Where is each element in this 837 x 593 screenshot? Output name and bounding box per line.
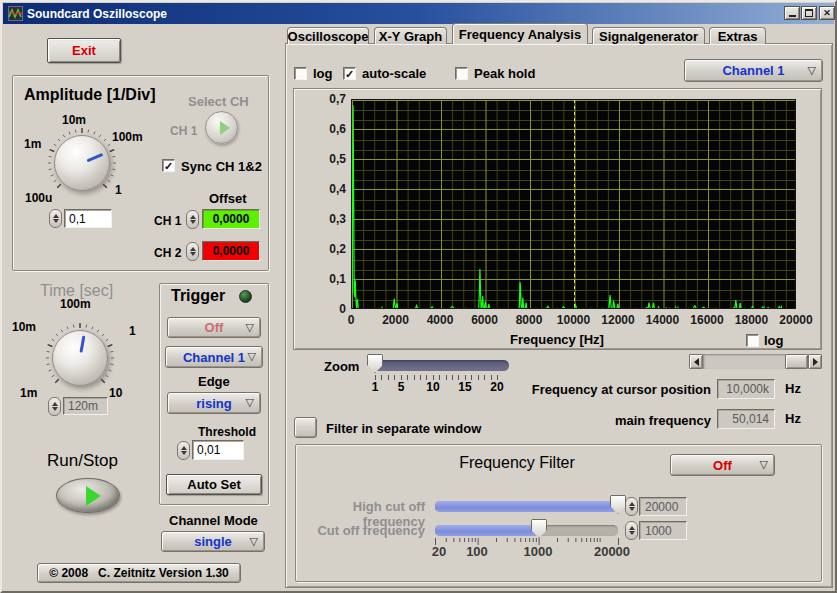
time-value[interactable]: 120m	[63, 397, 108, 415]
main-frequency-unit: Hz	[785, 411, 801, 426]
amplitude-title: Amplitude [1/Div]	[24, 86, 156, 104]
scrollbar-left-button[interactable]	[689, 354, 703, 369]
cutoff-slider[interactable]	[435, 525, 618, 536]
arrow-left-icon	[694, 358, 699, 366]
peak-hold-checkbox[interactable]	[455, 67, 468, 80]
edge-dropdown[interactable]: rising ▽	[167, 392, 261, 414]
filter-scale-20000: 20000	[591, 544, 633, 559]
play-icon	[86, 486, 101, 506]
amplitude-stepper[interactable]	[49, 209, 62, 228]
high-cutoff-slider[interactable]	[435, 501, 618, 512]
cursor-frequency-label: Frequency at cursor position	[499, 382, 711, 397]
copyright-text: © 2008 C. Zeitnitz Version 1.30	[49, 566, 229, 580]
offset-title: Offset	[209, 191, 247, 206]
sync-checkbox[interactable]	[162, 159, 175, 172]
frequency-filter-title: Frequency Filter	[422, 454, 612, 472]
chevron-down-icon: ▽	[246, 396, 254, 409]
copyright-bar: © 2008 C. Zeitnitz Version 1.30	[37, 563, 241, 583]
amp-knob-label-1m: 1m	[24, 137, 41, 151]
maximize-button[interactable]	[801, 6, 817, 20]
graph-area: 00,10,20,30,40,50,60,7 02000400060008000…	[293, 88, 822, 350]
main-frequency-value: 50,014	[717, 409, 775, 429]
offset-ch2-value[interactable]: 0,0000	[202, 241, 260, 261]
select-ch-label: Select CH	[188, 94, 249, 109]
cursor-frequency-unit: Hz	[785, 381, 801, 396]
zoom-tick-5: 5	[391, 380, 411, 394]
cursor-frequency-value: 10,000k	[717, 379, 775, 399]
filter-window-label: Filter in separate window	[326, 421, 481, 436]
amplitude-value[interactable]: 0,1	[64, 209, 112, 228]
filter-mode-dropdown[interactable]: Off ▽	[670, 454, 775, 476]
filter-window-button[interactable]	[294, 417, 317, 438]
main-frequency-label: main frequency	[499, 413, 711, 428]
app-icon	[8, 6, 23, 21]
threshold-label: Threshold	[198, 425, 256, 439]
time-knob-label-10m: 10m	[12, 320, 36, 334]
edge-label: Edge	[198, 374, 230, 389]
cutoff-value[interactable]: 1000	[639, 521, 687, 540]
graph-log-checkbox[interactable]	[746, 334, 759, 347]
zoom-tick-15: 15	[455, 380, 475, 394]
offset-ch2-label: CH 2	[154, 246, 181, 260]
threshold-value[interactable]: 0,01	[192, 440, 244, 460]
select-ch-button[interactable]	[205, 111, 238, 144]
trigger-led	[239, 290, 252, 303]
chevron-down-icon: ▽	[246, 321, 254, 334]
graph-log-label: log	[764, 333, 784, 348]
high-cutoff-value[interactable]: 20000	[639, 497, 687, 516]
scrollbar-right-button[interactable]	[808, 354, 822, 369]
cutoff-label: Cut off frequency	[295, 523, 425, 538]
tab-xy-graph[interactable]: X-Y Graph	[374, 27, 447, 44]
autoscale-label: auto-scale	[362, 66, 426, 81]
select-ch-channel: CH 1	[170, 124, 197, 138]
filter-scale-20: 20	[425, 544, 453, 559]
title-bar[interactable]: Soundcard Oszilloscope ✕	[3, 3, 834, 24]
chevron-down-icon: ▽	[248, 350, 256, 363]
chevron-down-icon: ▽	[250, 535, 258, 548]
minimize-button[interactable]	[784, 6, 800, 20]
trigger-mode-dropdown[interactable]: Off ▽	[167, 317, 261, 338]
scrollbar-track[interactable]	[703, 354, 785, 369]
offset-ch2-stepper[interactable]	[186, 242, 199, 261]
autoscale-checkbox[interactable]	[343, 67, 356, 80]
zoom-tick-1: 1	[365, 380, 385, 394]
tab-oscilloscope[interactable]: Oscilloscope	[287, 27, 369, 44]
chevron-down-icon: ▽	[808, 64, 816, 77]
tab-frequency-analysis[interactable]: Frequency Analysis	[452, 23, 588, 44]
filter-scale-1000: 1000	[520, 544, 556, 559]
filter-scale-100: 100	[463, 544, 491, 559]
log-label: log	[313, 66, 333, 81]
amplitude-knob[interactable]	[54, 135, 110, 191]
log-checkbox[interactable]	[294, 67, 307, 80]
scrollbar-thumb[interactable]	[785, 354, 808, 369]
close-button[interactable]: ✕	[819, 6, 835, 20]
offset-ch1-stepper[interactable]	[186, 210, 199, 229]
trigger-title: Trigger	[171, 287, 225, 305]
trigger-source-dropdown[interactable]: Channel 1 ▽	[165, 346, 263, 368]
x-axis-title: Frequency [Hz]	[457, 332, 657, 347]
spectrum-plot[interactable]	[351, 99, 796, 309]
chevron-down-icon: ▽	[760, 458, 768, 471]
tab-extras[interactable]: Extras	[709, 27, 766, 44]
time-knob-label-100m: 100m	[60, 297, 91, 311]
tab-signalgenerator[interactable]: Signalgenerator	[592, 27, 705, 44]
sync-label: Sync CH 1&2	[181, 159, 262, 174]
high-cutoff-stepper[interactable]	[625, 497, 638, 516]
zoom-label: Zoom	[324, 359, 359, 374]
channel-select-dropdown[interactable]: Channel 1 ▽	[684, 59, 823, 82]
auto-set-button[interactable]: Auto Set	[166, 474, 262, 495]
threshold-stepper[interactable]	[177, 441, 190, 460]
offset-ch1-label: CH 1	[154, 214, 181, 228]
time-stepper[interactable]	[48, 397, 61, 416]
time-knob[interactable]	[52, 330, 108, 386]
zoom-tick-10: 10	[423, 380, 443, 394]
play-icon	[220, 121, 230, 135]
peak-hold-label: Peak hold	[474, 66, 535, 81]
zoom-slider-track[interactable]	[373, 360, 509, 371]
exit-button[interactable]: Exit	[47, 38, 121, 63]
cutoff-stepper[interactable]	[625, 521, 638, 540]
offset-ch1-value[interactable]: 0,0000	[202, 209, 260, 229]
channel-mode-dropdown[interactable]: single ▽	[161, 531, 265, 552]
runstop-button[interactable]	[56, 478, 120, 513]
time-knob-label-1m: 1m	[20, 386, 37, 400]
